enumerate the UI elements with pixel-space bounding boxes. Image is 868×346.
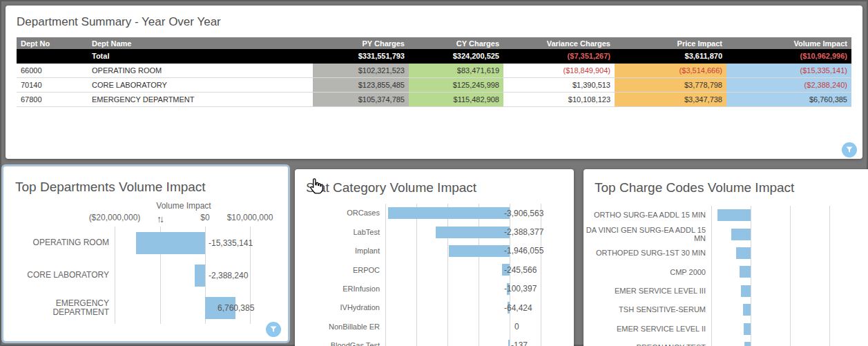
cell-dept_name: OPERATING ROOM (88, 64, 313, 78)
stat-category-volume-impact-panel[interactable]: Stat Category Volume Impact ORCases-3,90… (295, 169, 574, 346)
category-label: ORTHO SURG-EA ADDL 15 MIN (584, 206, 706, 224)
chart-row: ORTHO SURG-EA ADDL 15 MIN (584, 206, 868, 224)
chart-row: LabTest-2,388,377 (295, 222, 574, 241)
bar[interactable] (736, 247, 751, 259)
category-label: CMP 2000 (584, 262, 706, 281)
sort-arrows-icon[interactable]: ↑↓ (157, 213, 162, 224)
cell-price: $3,611,870 (615, 49, 726, 64)
department-summary-table: Dept NoDept NamePY ChargesCY ChargesVari… (17, 37, 851, 107)
chart-row: ORCases-3,906,563 (295, 204, 574, 222)
cell-variance: ($18,849,904) (503, 64, 615, 78)
table-header: Dept NoDept NamePY ChargesCY ChargesVari… (17, 37, 851, 49)
cell-variance: ($7,351,267) (503, 49, 615, 64)
axis-title: Volume Impact (94, 201, 273, 211)
value-label: -15,335,141 (209, 227, 253, 259)
cell-dept_name: EMERGENCY DEPARTMENT (88, 93, 313, 107)
page-title: Department Summary - Year Over Year (17, 15, 221, 29)
chart-title: Stat Category Volume Impact (306, 180, 476, 195)
chart-row: IVHydration-64,424 (295, 298, 574, 317)
cell-variance: $1,390,513 (503, 78, 615, 93)
chart-title: Top Departments Volume Impact (15, 180, 206, 195)
bar[interactable] (717, 209, 751, 221)
chart-canvas: ORTHO SURG-EA ADDL 15 MINDA VINCI GEN SU… (584, 206, 868, 346)
bar[interactable] (744, 342, 751, 346)
column-header-dept_no[interactable]: Dept No (17, 37, 88, 49)
table-body: Total$331,551,793$324,200,525($7,351,267… (17, 49, 851, 107)
bar[interactable] (388, 207, 510, 219)
bar[interactable] (744, 323, 751, 335)
value-label: 0 (514, 317, 519, 336)
category-label: EMER SERVICE LEVEL II (584, 319, 706, 338)
cell-price: $3,778,798 (615, 78, 726, 93)
column-header-cy[interactable]: CY Charges (409, 37, 503, 49)
top-charge-codes-volume-impact-panel[interactable]: Top Charge Codes Volume Impact ORTHO SUR… (584, 169, 868, 346)
column-header-price[interactable]: Price Impact (615, 37, 726, 49)
value-label: -1,946,055 (504, 242, 543, 260)
cell-dept_name: Total (88, 49, 313, 64)
value-label: -137 (511, 336, 528, 346)
column-header-dept_name[interactable]: Dept Name (88, 37, 313, 49)
chart-row: CORE LABORATORY-2,388,240 (3, 259, 288, 291)
cell-volume: ($2,388,240) (726, 78, 851, 93)
cell-py: $331,551,793 (313, 49, 409, 64)
filter-button[interactable] (266, 322, 281, 337)
category-label: PREGNANCY TEST (584, 338, 706, 346)
cell-price: ($3,514,666) (615, 64, 726, 78)
column-header-volume[interactable]: Volume Impact (726, 37, 851, 49)
cell-dept_name: CORE LABORATORY (88, 78, 313, 93)
chart-canvas: ORCases-3,906,563LabTest-2,388,377Implan… (295, 204, 574, 346)
category-label: Implant (295, 242, 380, 260)
cell-dept_no: 67800 (17, 93, 88, 107)
category-label: EMER SERVICE LEVEL III (584, 282, 706, 300)
chart-row: TSH SENSITIVE-SERUM (584, 300, 868, 319)
axis-tick-label: $10,000,000 (209, 213, 291, 222)
table-row[interactable]: 70140CORE LABORATORY$123,855,485$125,245… (17, 78, 851, 93)
category-label: ERPOC (295, 260, 380, 279)
bar[interactable] (740, 266, 751, 278)
bar[interactable] (136, 232, 205, 254)
table-row[interactable]: 66000OPERATING ROOM$102,321,523$83,471,6… (17, 64, 851, 78)
category-label: TSH SENSITIVE-SERUM (584, 300, 706, 319)
chart-title: Top Charge Codes Volume Impact (595, 180, 794, 195)
category-label: ORTHOPED SURG-1ST 30 MIN (584, 244, 706, 262)
value-label: -2,388,240 (209, 259, 248, 291)
cell-volume: $6,760,385 (726, 93, 851, 107)
cell-cy: $125,245,998 (409, 78, 503, 93)
chart-row: EMERGENCY DEPARTMENT6,760,385 (3, 291, 288, 324)
cell-cy: $115,482,908 (409, 93, 503, 107)
column-header-py[interactable]: PY Charges (313, 37, 409, 49)
cell-dept_no: 66000 (17, 64, 88, 78)
filter-button[interactable] (842, 142, 857, 157)
cell-py: $105,374,785 (313, 93, 409, 107)
chart-row: DA VINCI GEN SURG-EA ADDL 15 MN (584, 224, 868, 243)
chart-row: CMP 2000 (584, 262, 868, 281)
bar[interactable] (743, 304, 751, 316)
bar[interactable] (741, 285, 751, 297)
total-row[interactable]: Total$331,551,793$324,200,525($7,351,267… (17, 49, 851, 64)
category-label: CORE LABORATORY (3, 259, 109, 291)
category-label: EMERGENCY DEPARTMENT (3, 291, 109, 324)
value-label: -3,906,563 (504, 204, 543, 222)
bar[interactable] (449, 245, 510, 257)
category-label: ORCases (295, 204, 380, 222)
category-label: NonBillable ER (295, 317, 380, 336)
bar[interactable] (195, 265, 206, 287)
cell-cy: $83,471,619 (409, 64, 503, 78)
chart-row: OPERATING ROOM-15,335,141 (3, 227, 288, 259)
chart-row: Implant-1,946,055 (295, 242, 574, 260)
top-departments-volume-impact-panel[interactable]: Top Departments Volume Impact OPERATING … (1, 164, 290, 343)
cell-price: $3,347,738 (615, 93, 726, 107)
chart-row: EMER SERVICE LEVEL III (584, 282, 868, 300)
chart-row: EMER SERVICE LEVEL II (584, 319, 868, 338)
table-row[interactable]: 67800EMERGENCY DEPARTMENT$105,374,785$11… (17, 93, 851, 107)
bar[interactable] (436, 227, 510, 238)
chart-canvas: OPERATING ROOM-15,335,141CORE LABORATORY… (3, 227, 288, 324)
bar[interactable] (731, 229, 751, 240)
cell-dept_no: 70140 (17, 78, 88, 93)
value-label: -64,424 (504, 298, 532, 317)
cell-py: $102,321,523 (313, 64, 409, 78)
bar[interactable] (508, 340, 510, 346)
column-header-variance[interactable]: Variance Charges (503, 37, 615, 49)
cell-volume: ($10,962,996) (726, 49, 851, 64)
department-summary-panel: Department Summary - Year Over Year Dept… (6, 6, 862, 159)
